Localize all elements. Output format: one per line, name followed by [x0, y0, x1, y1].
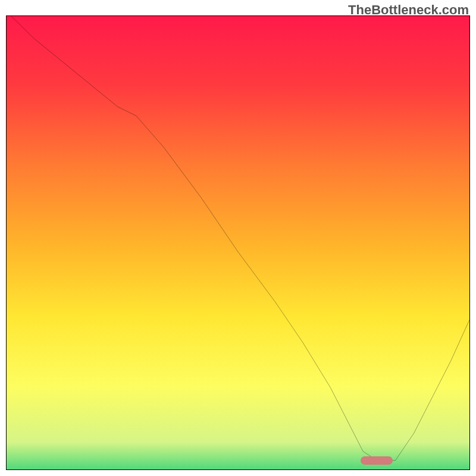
plot-area [6, 15, 470, 470]
watermark-text: TheBottleneck.com [348, 2, 469, 18]
bottleneck-marker [361, 456, 393, 465]
curve-line [7, 16, 469, 469]
